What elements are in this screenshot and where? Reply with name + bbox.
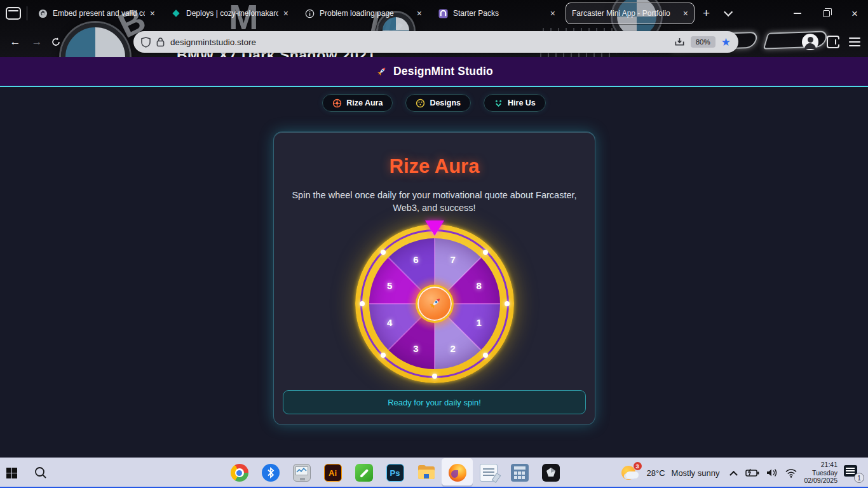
zoom-level-badge[interactable]: 80% (691, 36, 715, 48)
volume-icon[interactable] (766, 468, 778, 478)
tab-title: Deploys | cozy-melomakarona (186, 9, 278, 18)
taskbar-app-bluetooth[interactable] (255, 458, 286, 487)
wheel-segment-number: 1 (477, 317, 482, 328)
site-header: DesignMint Studio (0, 57, 868, 87)
account-icon[interactable] (802, 34, 818, 50)
nav-designs-button[interactable]: Designs (405, 94, 471, 112)
farcaster-icon (438, 8, 448, 18)
tab-close-icon[interactable]: × (550, 9, 555, 18)
wifi-icon[interactable] (785, 468, 797, 478)
divider (27, 6, 27, 20)
spin-wheel[interactable]: 78123456 (355, 220, 514, 387)
tab-manager-icon[interactable] (6, 7, 21, 20)
tab-title: Embed present and valid code (53, 9, 145, 18)
taskbar-app-chrome[interactable] (224, 458, 255, 487)
taskbar-app-notepad[interactable] (473, 458, 504, 487)
wheel-segment-number: 4 (387, 317, 392, 328)
lock-icon[interactable] (156, 37, 165, 47)
clock-day: Tuesday (804, 469, 837, 477)
wheel-ring[interactable]: 78123456 (355, 224, 514, 383)
wheel-ring-dot (505, 301, 510, 306)
tab-starter-packs[interactable]: Starter Packs × (432, 3, 561, 24)
netlify-diamond-icon (171, 8, 181, 18)
tab-title: Starter Packs (453, 9, 545, 18)
taskbar-app-firefox[interactable] (442, 458, 473, 487)
taskbar-app-calculator[interactable] (504, 458, 535, 487)
taskbar-tray: 3 28°C Mostly sunny 21:41 Tuesday 02/09/… (621, 458, 863, 487)
browser-toolbar: ← → designmintstudio.store 80% ★ (0, 27, 868, 57)
url-text[interactable]: designmintstudio.store (170, 37, 668, 47)
site-nav: Rize Aura Designs Hire Us (0, 94, 868, 112)
browser-chrome: B M W BMW X7 Dark Shadow 2021 Embed pres… (0, 0, 868, 57)
taskbar-app-notes[interactable] (348, 458, 379, 487)
tab-problem-loading[interactable]: Problem loading page × (299, 3, 428, 24)
forward-button[interactable]: → (29, 36, 44, 48)
taskbar-app-system-monitor[interactable] (286, 458, 317, 487)
taskbar-app-photoshop[interactable]: Ps (379, 458, 410, 487)
spin-status-button[interactable]: Ready for your daily spin! (283, 390, 586, 414)
tab-embed-code[interactable]: Embed present and valid code × (32, 3, 161, 24)
shield-icon[interactable] (141, 37, 151, 48)
bookmark-star-icon[interactable]: ★ (721, 37, 731, 48)
openai-swirl-icon (37, 8, 48, 18)
rocket-icon (426, 295, 443, 312)
url-bar[interactable]: designmintstudio.store 80% ★ (133, 31, 738, 53)
palette-icon (416, 98, 425, 108)
tab-title: Farcaster Mini App - Portfolio (572, 9, 678, 18)
back-button[interactable]: ← (8, 36, 23, 48)
taskbar-app-dark-cube[interactable] (535, 458, 566, 487)
tab-farcaster-portfolio-active[interactable]: Farcaster Mini App - Portfolio × (566, 3, 695, 24)
weather-icon[interactable]: 3 (621, 464, 641, 482)
tab-close-icon[interactable]: × (683, 9, 688, 18)
window-minimize-button[interactable] (794, 13, 801, 14)
window-restore-button[interactable] (823, 10, 830, 17)
nav-hire-us-button[interactable]: Hire Us (484, 94, 546, 112)
wheel-ring-dot (381, 250, 386, 255)
extensions-icon[interactable] (827, 36, 839, 48)
start-button[interactable] (6, 468, 17, 478)
taskbar-left (6, 458, 48, 487)
weather-alert-badge: 3 (634, 462, 642, 470)
tab-close-icon[interactable]: × (150, 9, 155, 18)
nav-label: Designs (430, 98, 461, 107)
tab-close-icon[interactable]: × (417, 9, 422, 18)
download-icon[interactable] (674, 37, 685, 47)
weather-temp[interactable]: 28°C (647, 468, 665, 478)
new-tab-button[interactable]: + (703, 6, 710, 20)
wheel-segment-number: 2 (450, 343, 455, 354)
reload-button[interactable] (51, 37, 66, 47)
window-controls: × (794, 0, 858, 27)
tab-list-chevron-icon[interactable] (724, 8, 733, 17)
taskbar: Ai Ps (0, 458, 868, 488)
rize-aura-card: Rize Aura Spin the wheel once daily for … (273, 132, 595, 425)
wheel-hub[interactable] (416, 285, 454, 323)
wheel-segment-number: 8 (477, 280, 482, 290)
hamburger-menu-icon[interactable] (849, 37, 860, 46)
taskbar-clock[interactable]: 21:41 Tuesday 02/09/2025 (804, 461, 837, 485)
tab-close-icon[interactable]: × (283, 9, 288, 18)
notification-count-badge: 1 (854, 473, 864, 483)
tray-expand-chevron-icon[interactable] (730, 470, 738, 478)
taskbar-search-icon[interactable] (34, 466, 48, 480)
wheel-segment-number: 7 (450, 254, 455, 264)
taskbar-app-illustrator[interactable]: Ai (317, 458, 348, 487)
taskbar-app-file-explorer[interactable] (410, 458, 442, 487)
weather-condition[interactable]: Mostly sunny (672, 468, 720, 478)
wheel-ring-dot (360, 301, 365, 306)
window-close-button[interactable]: × (851, 8, 858, 19)
alien-icon (494, 98, 503, 108)
site-title: DesignMint Studio (393, 65, 493, 78)
card-title: Rize Aura (274, 155, 595, 178)
wheel-segment-number: 5 (387, 280, 392, 290)
wheel-target-icon (332, 98, 342, 108)
notification-center-button[interactable]: 1 (844, 464, 863, 482)
battery-icon[interactable] (745, 468, 759, 477)
wheel-ring-dot (381, 353, 386, 358)
nav-label: Hire Us (508, 98, 536, 107)
wheel-ring-dot (432, 374, 437, 379)
nav-label: Rize Aura (346, 98, 383, 107)
tab-deploys[interactable]: Deploys | cozy-melomakarona × (165, 3, 294, 24)
tab-strip: Embed present and valid code × Deploys |… (0, 0, 868, 27)
nav-rize-aura-button[interactable]: Rize Aura (322, 94, 393, 112)
card-subtitle: Spin the wheel once daily for your motiv… (278, 189, 591, 214)
